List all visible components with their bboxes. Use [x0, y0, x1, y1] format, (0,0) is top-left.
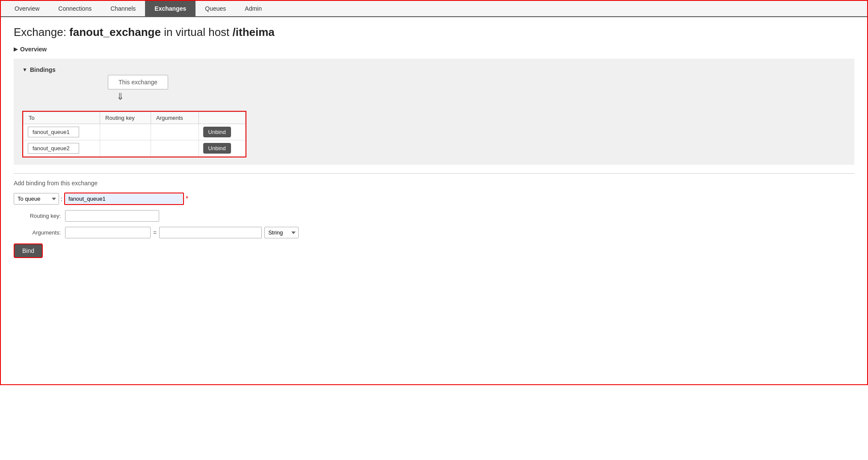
- col-to: To: [24, 112, 100, 124]
- required-star: *: [186, 195, 188, 203]
- arg-type-select[interactable]: String Number Boolean: [264, 227, 299, 238]
- equals-sign: =: [153, 229, 157, 236]
- arguments-label: Arguments:: [14, 229, 65, 236]
- title-middle: in virtual host: [161, 26, 233, 39]
- bindings-toggle[interactable]: ▼ Bindings: [22, 65, 846, 75]
- arg-val-input[interactable]: [159, 227, 262, 238]
- table-row: fanout_queue2 Unbind: [24, 140, 246, 157]
- bindings-table: To Routing key Arguments fanout_queue1: [23, 112, 246, 157]
- unbind-cell-2: Unbind: [198, 140, 245, 157]
- title-prefix: Exchange:: [14, 26, 69, 39]
- colon-separator: :: [61, 196, 62, 202]
- tab-admin[interactable]: Admin: [235, 1, 271, 16]
- arrow-down-icon: ⇓: [108, 91, 124, 102]
- to-queue-row: To queue To exchange : *: [14, 193, 854, 205]
- tab-queues[interactable]: Queues: [196, 1, 235, 16]
- queue-select-wrapper: To queue To exchange: [14, 193, 59, 205]
- queue-cell-1: fanout_queue1: [24, 124, 100, 140]
- col-routing-key: Routing key: [100, 112, 151, 124]
- routing-key-row: Routing key:: [14, 210, 854, 222]
- queue-name-2: fanout_queue2: [28, 143, 79, 154]
- bind-button-row: Bind: [14, 243, 854, 258]
- nav-tabs: Overview Connections Channels Exchanges …: [1, 1, 867, 17]
- queue-name-1: fanout_queue1: [28, 127, 79, 137]
- page-title: Exchange: fanout_exchange in virtual hos…: [14, 26, 854, 39]
- bindings-table-wrapper: To Routing key Arguments fanout_queue1: [22, 111, 246, 157]
- overview-arrow: ▶: [14, 46, 18, 52]
- virtual-host: /itheima: [233, 26, 275, 39]
- overview-label: Overview: [20, 46, 47, 53]
- bind-button[interactable]: Bind: [14, 243, 43, 258]
- arguments-row: Arguments: = String Number Boolean: [14, 227, 854, 238]
- routing-key-cell-1: [100, 124, 151, 140]
- unbind-button-2[interactable]: Unbind: [203, 143, 231, 154]
- tab-exchanges[interactable]: Exchanges: [145, 1, 196, 16]
- table-row: fanout_queue1 Unbind: [24, 124, 246, 140]
- arg-key-input[interactable]: [65, 227, 151, 238]
- col-actions: [198, 112, 245, 124]
- col-arguments: Arguments: [151, 112, 198, 124]
- arguments-cell-1: [151, 124, 198, 140]
- routing-key-cell-2: [100, 140, 151, 157]
- overview-section: ▶ Overview: [14, 44, 854, 54]
- arguments-inputs: = String Number Boolean: [65, 227, 299, 238]
- overview-toggle[interactable]: ▶ Overview: [14, 44, 854, 54]
- bindings-section: ▼ Bindings This exchange ⇓ To Routing ke…: [14, 59, 854, 165]
- exchange-box: This exchange: [108, 75, 168, 89]
- to-queue-input[interactable]: [64, 193, 184, 205]
- arguments-cell-2: [151, 140, 198, 157]
- routing-key-input[interactable]: [65, 210, 159, 222]
- unbind-cell-1: Unbind: [198, 124, 245, 140]
- unbind-button-1[interactable]: Unbind: [203, 127, 231, 137]
- bindings-arrow: ▼: [22, 67, 27, 73]
- tab-channels[interactable]: Channels: [101, 1, 145, 16]
- add-binding-title: Add binding from this exchange: [14, 180, 854, 187]
- tab-overview[interactable]: Overview: [5, 1, 49, 16]
- add-binding-section: Add binding from this exchange To queue …: [14, 173, 854, 258]
- queue-cell-2: fanout_queue2: [24, 140, 100, 157]
- tab-connections[interactable]: Connections: [49, 1, 101, 16]
- bindings-label: Bindings: [30, 66, 56, 73]
- bindings-diagram: This exchange ⇓: [22, 75, 846, 104]
- exchange-name: fanout_exchange: [69, 26, 161, 39]
- to-queue-select[interactable]: To queue To exchange: [14, 193, 59, 205]
- routing-key-label: Routing key:: [14, 213, 65, 219]
